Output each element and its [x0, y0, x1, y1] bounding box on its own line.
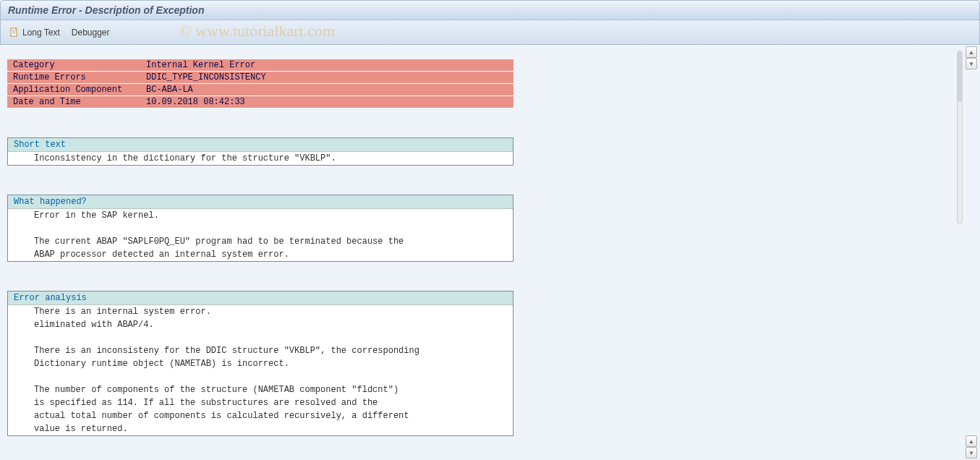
section-line: The number of components of the structur… [8, 383, 513, 396]
content-area: ▲ ▼ ▲ ▼ Category Internal Kernel Error R… [0, 45, 980, 460]
header-value: DDIC_TYPE_INCONSISTENCY [145, 72, 514, 83]
debugger-label: Debugger [72, 27, 110, 38]
what-happened-section: What happened? Error in the SAP kernel. … [7, 195, 514, 262]
section-line: is specified as 114. If all the substruc… [8, 396, 513, 409]
title-bar: Runtime Error - Description of Exception [0, 0, 980, 20]
header-label: Category [7, 59, 145, 71]
section-title: Short text [8, 138, 513, 152]
section-body: There is an internal system error. elimi… [8, 305, 513, 435]
header-row-app-component: Application Component BC-ABA-LA [7, 84, 514, 96]
section-line: There is an inconsisteny for the DDIC st… [8, 344, 513, 357]
long-text-button[interactable]: Long Text [9, 27, 60, 38]
header-label: Date and Time [7, 96, 145, 108]
section-line: Inconsistency in the dictionary for the … [8, 152, 513, 165]
header-label: Runtime Errors [7, 72, 145, 83]
short-text-section: Short text Inconsistency in the dictiona… [7, 137, 514, 166]
section-line: Dictionary runtime object (NAMETAB) is i… [8, 357, 513, 370]
section-line: There is an internal system error. [8, 305, 513, 318]
scroll-bottom-controls: ▲ ▼ [966, 435, 977, 459]
long-text-label: Long Text [22, 27, 60, 38]
section-body: Inconsistency in the dictionary for the … [8, 152, 513, 165]
header-label: Application Component [7, 84, 145, 95]
section-line: eliminated with ABAP/4. [8, 318, 513, 331]
section-line: ABAP processor detected an internal syst… [8, 248, 513, 261]
section-line: Error in the SAP kernel. [8, 209, 513, 222]
header-value: 10.09.2018 08:42:33 [145, 96, 514, 108]
section-line [8, 370, 513, 383]
scrollbar-thumb[interactable] [958, 51, 962, 102]
toolbar: Long Text Debugger [0, 20, 980, 45]
scroll-down-bottom-button[interactable]: ▼ [966, 447, 977, 459]
header-row-date-time: Date and Time 10.09.2018 08:42:33 [7, 96, 514, 108]
section-line [8, 331, 513, 344]
section-line: The current ABAP "SAPLF0PQ_EU" program h… [8, 235, 513, 248]
section-line: actual total number of components is cal… [8, 409, 513, 422]
scrollbar-track[interactable] [957, 51, 963, 224]
scroll-down-button[interactable]: ▼ [966, 58, 977, 69]
section-line [8, 222, 513, 235]
scroll-up-bottom-button[interactable]: ▲ [966, 435, 977, 447]
section-body: Error in the SAP kernel. The current ABA… [8, 209, 513, 261]
window-title: Runtime Error - Description of Exception [8, 4, 204, 16]
header-row-runtime-errors: Runtime Errors DDIC_TYPE_INCONSISTENCY [7, 72, 514, 84]
document-icon [9, 27, 20, 38]
header-value: Internal Kernel Error [145, 59, 514, 71]
scroll-top-controls: ▲ ▼ [966, 46, 977, 69]
section-title: What happened? [8, 195, 513, 209]
header-row-category: Category Internal Kernel Error [7, 59, 514, 72]
error-analysis-section: Error analysis There is an internal syst… [7, 291, 514, 436]
debugger-button[interactable]: Debugger [72, 27, 110, 38]
scroll-up-button[interactable]: ▲ [966, 46, 977, 58]
section-title: Error analysis [8, 291, 513, 305]
section-line: value is returned. [8, 422, 513, 435]
header-value: BC-ABA-LA [145, 84, 514, 95]
error-header-block: Category Internal Kernel Error Runtime E… [7, 59, 514, 108]
